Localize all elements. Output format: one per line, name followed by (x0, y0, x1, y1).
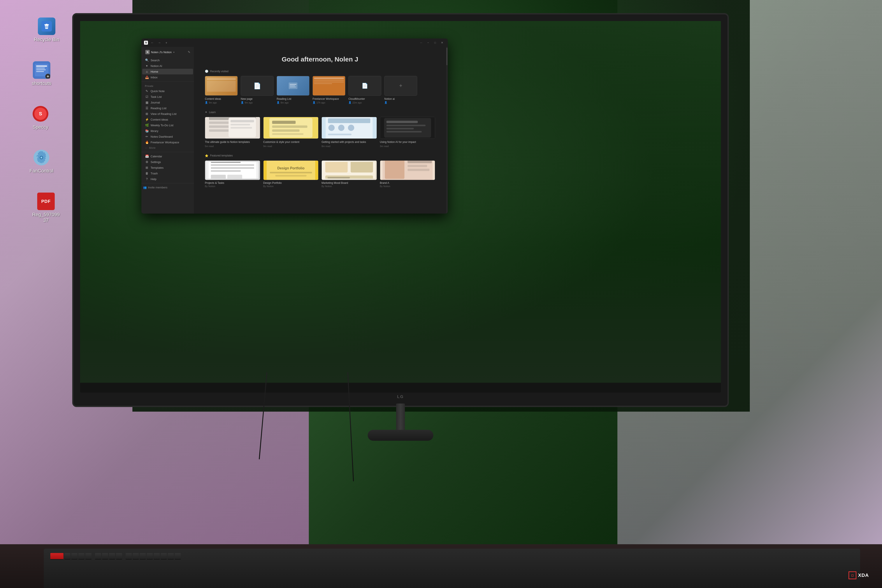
pdf-file-icon: PDF (37, 193, 55, 210)
svg-rect-60 (325, 162, 348, 172)
key-f12[interactable] (147, 553, 153, 560)
learn-card-projects[interactable]: Getting started with projects and tasks … (321, 117, 377, 147)
featured-templates-label: Featured templates (210, 154, 232, 157)
svg-rect-4 (36, 68, 45, 69)
back-button[interactable]: ← (150, 40, 155, 45)
desktop-icon-speccy[interactable]: S Speccy (32, 105, 49, 130)
desktop-icon-shortcuts[interactable]: shortcuts (32, 61, 51, 86)
learn-card-customize[interactable]: Customize & style your content 9m read (263, 117, 319, 147)
svg-text:S: S (39, 111, 42, 116)
desktop-icon-recycle-bin[interactable]: Recycle Bin (34, 18, 59, 42)
template-card-brand-a[interactable]: Brand A By Notion (380, 160, 435, 188)
template-by-3: By Notion (321, 185, 377, 188)
sidebar-item-library[interactable]: 📚 library (142, 128, 193, 134)
learn-card-notion-ai[interactable]: Using Notion AI for your impact 3m read (380, 117, 435, 147)
card-notion-ai-meta: 👤 (384, 101, 417, 104)
key-f9[interactable] (126, 553, 132, 560)
featured-templates-section: ⭐ Featured templates (205, 154, 435, 188)
learn-thumb-4 (380, 117, 435, 139)
weekly-todo-label: Weekly To-Do List (151, 124, 173, 127)
sidebar-item-freelancer-workspace[interactable]: 🔥 Freelancer Workspace (142, 140, 193, 145)
workspace-selector[interactable]: N Nolen J's Notion ▾ (144, 49, 176, 55)
svg-rect-35 (328, 118, 370, 123)
minimize-button[interactable]: − (425, 40, 431, 46)
learn-card-title-4: Using Notion AI for your impact (380, 141, 435, 144)
card-reading-list-name: Reading List (277, 98, 309, 100)
learn-card-meta-3: 8m read (321, 145, 377, 147)
main-content: Good afternoon, Nolen J 🕐 Recently visit… (194, 47, 446, 214)
scrollbar-track[interactable] (446, 47, 448, 214)
key-f6[interactable] (102, 553, 108, 560)
sidebar-item-search[interactable]: 🔍 Search (142, 57, 193, 63)
desktop-icon-pdf[interactable]: PDF Reg_59709937 (32, 193, 60, 223)
sidebar-item-view-of-reading-list[interactable]: ⊞ View of Reading List (142, 111, 193, 117)
sidebar-item-quick-note[interactable]: ✎ Quick Note (142, 88, 193, 94)
key-f10[interactable] (133, 553, 139, 560)
sidebar-more-button[interactable]: ··· More (142, 145, 193, 150)
maximize-button[interactable]: □ (432, 40, 438, 46)
options-button[interactable]: ··· (418, 40, 424, 46)
view-of-reading-list-label: View of Reading List (151, 112, 176, 116)
card-new-page[interactable]: 📄 New page 👤 9m ago (241, 76, 274, 104)
card-notion-ai[interactable]: ✦ Notion ai 👤 (384, 76, 417, 104)
key-prtsc[interactable] (154, 553, 160, 560)
new-tab-button[interactable]: + (164, 40, 169, 45)
key-ins[interactable] (175, 553, 181, 560)
template-card-design-portfolio[interactable]: Design Portfolio Design Portfolio (263, 160, 319, 188)
notion-window[interactable]: N ← → + ··· − □ ✕ (141, 39, 448, 214)
learn-thumb-2 (263, 117, 319, 139)
key-f7[interactable] (109, 553, 115, 560)
library-icon: 📚 (145, 129, 149, 133)
invite-members-button[interactable]: 👥 Invite members (141, 185, 194, 190)
card-cloudmounter[interactable]: 📄 CloudMounter 👤 22m ago (348, 76, 381, 104)
card-content-ideas[interactable]: Content ideas 👤 9m ago (205, 76, 238, 104)
learn-card-ultimate-guide[interactable]: The ultimate guide to Notion templates 5… (205, 117, 260, 147)
recently-visited-section: 🕐 Recently visited (205, 70, 435, 104)
desktop-icon-fancontrol[interactable]: FanControl (30, 149, 53, 174)
card-freelancer-workspace[interactable]: Freelancer Workspace 👤 17h ago (312, 76, 345, 104)
template-card-marketing-mood-board[interactable]: Marketing Mood Board By Notion (321, 160, 377, 188)
card-new-page-name: New page (241, 98, 274, 100)
svg-rect-6 (36, 71, 44, 72)
template-name-4: Brand A (380, 182, 435, 184)
close-button[interactable]: ✕ (439, 40, 445, 46)
sidebar-item-reading-list[interactable]: ☰ Reading List (142, 105, 193, 111)
sidebar-item-content-ideas[interactable]: ⚡ Content ideas (142, 117, 193, 122)
card-content-ideas-time: 9m ago (209, 101, 217, 104)
key-scroll[interactable] (160, 553, 167, 560)
templates-star-icon: ⭐ (205, 154, 208, 158)
learn-thumb-img-1 (205, 117, 260, 138)
library-label: library (151, 129, 158, 133)
sidebar-item-help[interactable]: ? Help (142, 176, 193, 182)
sidebar-item-task-list[interactable]: ☑ Task List (142, 94, 193, 100)
invite-label: Invite members (148, 186, 167, 189)
reading-list-icon: ☰ (145, 106, 149, 110)
card-reading-list[interactable]: Reading List 👤 8m ago (277, 76, 309, 104)
key-f3[interactable] (78, 553, 84, 560)
sidebar-item-home[interactable]: ⌂ Home (142, 69, 193, 74)
card-freelancer-time: 17h ago (316, 101, 325, 104)
forward-button[interactable]: → (157, 40, 162, 45)
key-f2[interactable] (71, 553, 78, 560)
sidebar-item-templates[interactable]: ⊞ Templates (142, 165, 193, 171)
key-f8[interactable] (116, 553, 122, 560)
sidebar-item-calendar[interactable]: 📅 Calendar (142, 153, 193, 159)
key-f1[interactable] (64, 553, 70, 560)
sidebar-item-notes-dashboard[interactable]: ✏ Notes Dashboard (142, 134, 193, 140)
sidebar-item-journal[interactable]: ▦ Journal (142, 100, 193, 105)
key-escape[interactable] (50, 553, 63, 560)
key-f11[interactable] (140, 553, 146, 560)
shortcuts-icon (33, 61, 50, 79)
sidebar-item-inbox[interactable]: 📥 Inbox (142, 74, 193, 80)
win-desktop: N ← → + ··· − □ ✕ (80, 21, 721, 393)
sidebar-item-trash[interactable]: 🗑 Trash (142, 171, 193, 176)
key-pause[interactable] (168, 553, 174, 560)
edit-icon[interactable]: ✎ (187, 50, 191, 55)
featured-templates-header: ⭐ Featured templates (205, 154, 435, 158)
key-f5[interactable] (95, 553, 101, 560)
template-card-projects-tasks[interactable]: Projects & Tasks By Notion (205, 160, 260, 188)
sidebar-item-settings[interactable]: ⚙ Settings (142, 159, 193, 165)
sidebar-item-weekly-todo[interactable]: 🌿 Weekly To-Do List (142, 122, 193, 128)
key-f4[interactable] (86, 553, 92, 560)
sidebar-item-notion-ai[interactable]: ✦ Notion AI (142, 63, 193, 69)
